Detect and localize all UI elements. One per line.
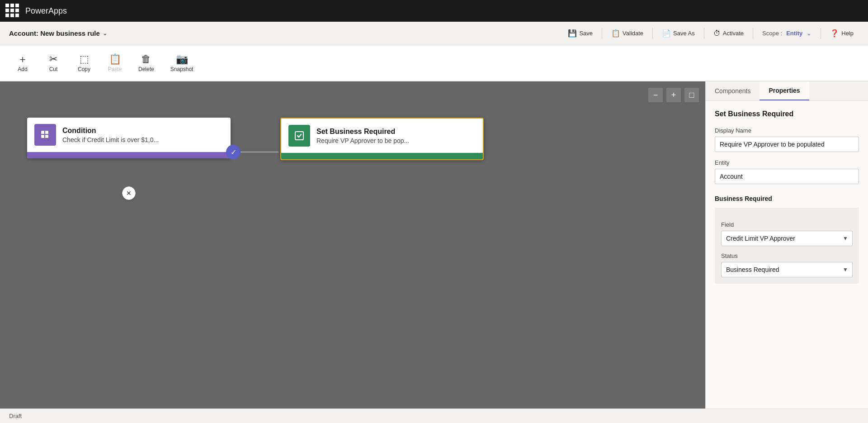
entity-input[interactable] bbox=[715, 169, 859, 184]
header-bar: Account: New business rule ⌄ 💾 Save 📋 Va… bbox=[0, 22, 868, 45]
connector-check-icon: ✓ bbox=[226, 145, 241, 159]
main-content: − + □ Condition Check if Credit Limit is… bbox=[0, 81, 868, 409]
separator-3 bbox=[704, 28, 704, 39]
tab-components[interactable]: Components bbox=[706, 81, 760, 100]
help-label: Help bbox=[841, 30, 854, 37]
add-label: Add bbox=[18, 66, 27, 72]
display-name-label: Display Name bbox=[715, 127, 859, 134]
condition-node-desc: Check if Credit Limit is over $1,0... bbox=[62, 136, 159, 143]
breadcrumb-dropdown-icon[interactable]: ⌄ bbox=[103, 30, 107, 37]
activate-icon: ⏱ bbox=[713, 29, 721, 38]
condition-node-title: Condition bbox=[62, 127, 159, 135]
add-button[interactable]: ＋ Add bbox=[9, 52, 36, 75]
field-select[interactable]: Credit Limit VP Approver bbox=[721, 231, 853, 246]
fit-screen-icon: □ bbox=[689, 90, 694, 100]
validate-label: Validate bbox=[623, 30, 643, 37]
activate-button[interactable]: ⏱ Activate bbox=[708, 27, 749, 40]
action-node[interactable]: Set Business Required Require VP Approve… bbox=[280, 118, 484, 160]
status-label: Status bbox=[721, 252, 853, 259]
business-required-sub-section: Field Credit Limit VP Approver ▼ Status … bbox=[715, 208, 859, 284]
status-select[interactable]: Business Required bbox=[721, 262, 853, 277]
cut-label: Cut bbox=[49, 66, 58, 72]
help-icon: ❓ bbox=[830, 29, 839, 38]
zoom-in-button[interactable]: + bbox=[666, 88, 681, 102]
condition-node[interactable]: Condition Check if Credit Limit is over … bbox=[27, 118, 231, 158]
toolbar: ＋ Add ✂ Cut ⬚ Copy 📋 Paste 🗑 Delete 📷 Sn… bbox=[0, 45, 868, 81]
node-delete-button[interactable]: ✕ bbox=[122, 186, 136, 200]
activate-label: Activate bbox=[723, 30, 744, 37]
save-icon: 💾 bbox=[568, 29, 577, 38]
validate-button[interactable]: 📋 Validate bbox=[606, 26, 649, 40]
add-icon: ＋ bbox=[18, 54, 28, 64]
snapshot-label: Snapshot bbox=[170, 66, 193, 72]
paste-label: Paste bbox=[108, 66, 122, 72]
tab-properties[interactable]: Properties bbox=[760, 81, 809, 100]
validate-icon: 📋 bbox=[611, 29, 620, 38]
zoom-in-icon: + bbox=[671, 90, 676, 100]
condition-node-icon bbox=[34, 124, 56, 146]
waffle-menu[interactable] bbox=[5, 4, 20, 18]
top-bar: PowerApps bbox=[0, 0, 868, 22]
panel-content: Set Business Required Display Name Entit… bbox=[706, 101, 868, 409]
condition-node-text: Condition Check if Credit Limit is over … bbox=[62, 127, 159, 143]
save-as-label: Save As bbox=[673, 30, 695, 37]
action-node-header: Set Business Required Require VP Approve… bbox=[281, 119, 483, 153]
delete-icon: 🗑 bbox=[141, 54, 151, 64]
action-node-footer bbox=[281, 153, 483, 159]
save-as-icon: 📄 bbox=[662, 29, 671, 38]
field-select-wrapper: Credit Limit VP Approver ▼ bbox=[721, 231, 853, 246]
connector: ✓ bbox=[233, 152, 278, 152]
save-label: Save bbox=[579, 30, 593, 37]
field-label: Field bbox=[721, 221, 853, 228]
copy-button[interactable]: ⬚ Copy bbox=[71, 52, 98, 75]
canvas-controls: − + □ bbox=[648, 88, 699, 102]
header-actions: 💾 Save 📋 Validate 📄 Save As ⏱ Activate S… bbox=[562, 26, 859, 40]
display-name-input[interactable] bbox=[715, 137, 859, 152]
status-select-wrapper: Business Required ▼ bbox=[721, 262, 853, 277]
scope-dropdown-icon[interactable]: ⌄ bbox=[807, 30, 811, 37]
panel-section-title: Set Business Required bbox=[715, 110, 859, 118]
breadcrumb: Account: New business rule bbox=[9, 29, 100, 37]
copy-label: Copy bbox=[78, 66, 90, 72]
entity-label: Entity bbox=[715, 159, 859, 166]
fit-screen-button[interactable]: □ bbox=[684, 88, 699, 102]
action-node-text: Set Business Required Require VP Approve… bbox=[316, 128, 409, 144]
condition-node-header: Condition Check if Credit Limit is over … bbox=[27, 118, 231, 152]
paste-button[interactable]: 📋 Paste bbox=[101, 52, 128, 75]
copy-icon: ⬚ bbox=[80, 54, 89, 64]
delete-button[interactable]: 🗑 Delete bbox=[132, 52, 160, 75]
panel-tabs: Components Properties bbox=[706, 81, 868, 101]
snapshot-icon: 📷 bbox=[176, 54, 188, 64]
save-button[interactable]: 💾 Save bbox=[562, 26, 598, 40]
condition-node-footer bbox=[27, 152, 231, 158]
draft-status: Draft bbox=[9, 413, 22, 419]
snapshot-button[interactable]: 📷 Snapshot bbox=[164, 52, 200, 75]
separator-5 bbox=[821, 28, 821, 39]
right-panel: Components Properties Set Business Requi… bbox=[705, 81, 868, 409]
scope-area: Scope : Entity ⌄ bbox=[757, 27, 817, 39]
scope-entity-label: Entity bbox=[786, 30, 802, 37]
delete-label: Delete bbox=[138, 66, 154, 72]
scope-label: Scope : bbox=[762, 30, 782, 37]
save-as-button[interactable]: 📄 Save As bbox=[656, 26, 700, 40]
canvas[interactable]: − + □ Condition Check if Credit Limit is… bbox=[0, 81, 705, 409]
cut-icon: ✂ bbox=[49, 54, 57, 64]
breadcrumb-area: Account: New business rule ⌄ bbox=[9, 29, 107, 37]
separator-1 bbox=[602, 28, 602, 39]
zoom-out-button[interactable]: − bbox=[648, 88, 663, 102]
business-required-section-header: Business Required bbox=[715, 195, 859, 202]
action-node-icon bbox=[288, 125, 310, 147]
status-bar: Draft bbox=[0, 409, 868, 423]
separator-4 bbox=[753, 28, 753, 39]
separator-2 bbox=[652, 28, 653, 39]
paste-icon: 📋 bbox=[109, 54, 121, 64]
action-node-title: Set Business Required bbox=[316, 128, 409, 136]
app-title: PowerApps bbox=[25, 6, 67, 16]
help-button[interactable]: ❓ Help bbox=[825, 26, 859, 40]
zoom-out-icon: − bbox=[653, 90, 658, 100]
action-node-desc: Require VP Approver to be pop... bbox=[316, 137, 409, 144]
cut-button[interactable]: ✂ Cut bbox=[40, 52, 67, 75]
